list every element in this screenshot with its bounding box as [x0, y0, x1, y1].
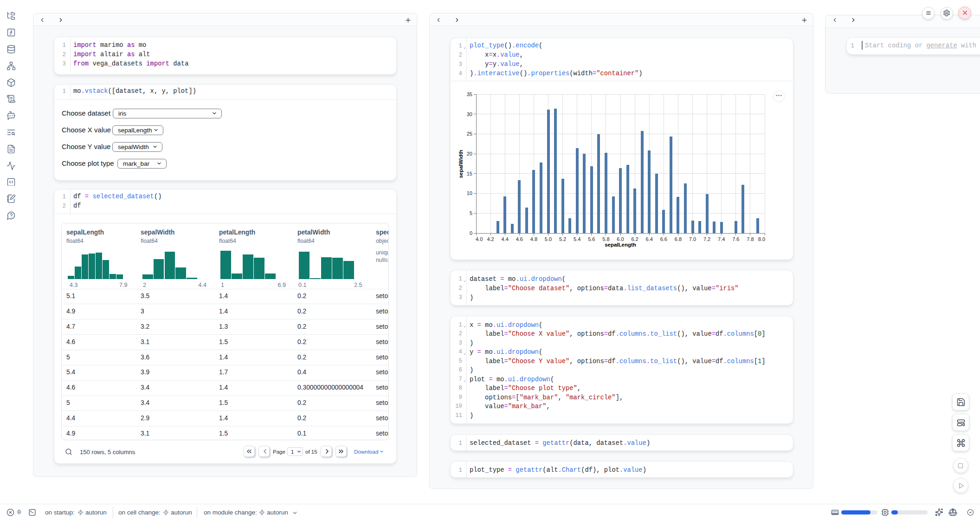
svg-text:7.8: 7.8	[747, 236, 754, 242]
svg-text:15: 15	[467, 171, 472, 176]
svg-text:5.0: 5.0	[545, 236, 552, 242]
svg-text:30: 30	[467, 111, 472, 117]
svg-text:6.6: 6.6	[660, 236, 667, 242]
svg-text:4.2: 4.2	[487, 236, 494, 242]
svg-text:35: 35	[467, 91, 472, 97]
svg-text:7.2: 7.2	[703, 236, 710, 242]
svg-text:sepalWidth: sepalWidth	[458, 150, 464, 178]
svg-text:7.4: 7.4	[718, 236, 725, 242]
svg-text:4.8: 4.8	[530, 236, 537, 242]
svg-text:8.0: 8.0	[758, 236, 765, 242]
svg-text:7.0: 7.0	[689, 236, 696, 242]
svg-text:5.8: 5.8	[602, 236, 609, 242]
svg-text:5.6: 5.6	[588, 236, 595, 242]
svg-text:6.8: 6.8	[675, 236, 682, 242]
svg-text:20: 20	[467, 151, 472, 156]
svg-text:5.2: 5.2	[559, 236, 566, 242]
svg-text:sepalLength: sepalLength	[605, 242, 636, 247]
svg-text:6.4: 6.4	[646, 236, 653, 242]
svg-text:0: 0	[470, 230, 472, 236]
svg-text:4.4: 4.4	[502, 236, 509, 242]
svg-text:4.0: 4.0	[476, 236, 483, 242]
svg-text:4.6: 4.6	[516, 236, 523, 242]
svg-text:5.4: 5.4	[574, 236, 580, 242]
svg-text:25: 25	[467, 131, 472, 137]
svg-text:6.0: 6.0	[617, 236, 624, 242]
svg-text:10: 10	[467, 190, 472, 196]
svg-text:7.6: 7.6	[732, 236, 739, 242]
svg-text:6.2: 6.2	[631, 236, 638, 242]
svg-text:5: 5	[470, 210, 472, 216]
